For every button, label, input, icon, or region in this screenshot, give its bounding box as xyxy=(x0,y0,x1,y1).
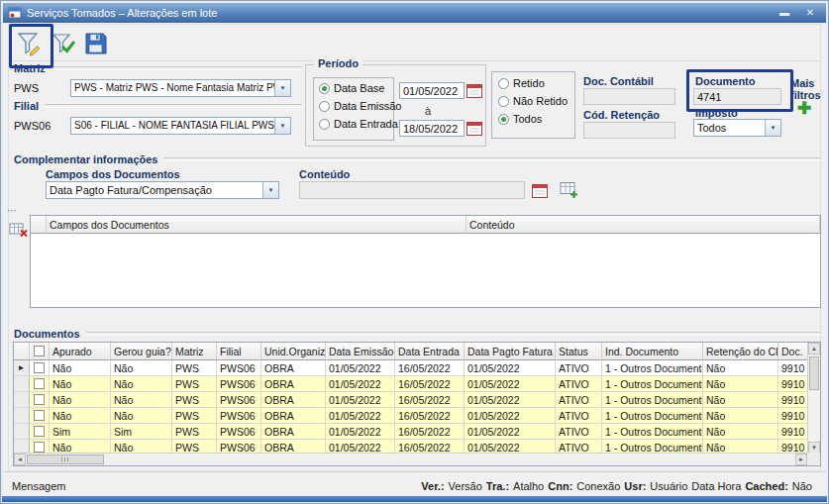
table-cell[interactable]: 01/05/2022 xyxy=(326,376,395,392)
table-cell[interactable]: 16/05/2022 xyxy=(395,424,465,440)
table-cell[interactable]: Não xyxy=(50,376,111,392)
table-cell[interactable]: PWS06 xyxy=(217,360,261,376)
table-cell[interactable]: ATIVO xyxy=(556,424,602,440)
table-cell[interactable]: 16/05/2022 xyxy=(395,408,465,424)
add-to-grid-icon[interactable] xyxy=(560,180,578,203)
campos-documentos-combobox[interactable]: Data Pagto Fatura/Compensação ▼ xyxy=(46,181,279,199)
row-checkbox-cell[interactable] xyxy=(30,408,50,424)
table-cell[interactable]: 01/05/2022 xyxy=(465,360,556,376)
delete-row-button[interactable] xyxy=(9,221,29,243)
close-button[interactable]: ✕ xyxy=(800,6,820,20)
table-cell[interactable]: PWS xyxy=(172,360,217,376)
table-cell[interactable]: OBRA xyxy=(261,376,326,392)
table-cell[interactable]: Não xyxy=(703,408,778,424)
column-header-status[interactable]: Status xyxy=(556,343,602,360)
row-checkbox[interactable] xyxy=(34,362,45,373)
table-cell[interactable]: 1 - Outros Documentos xyxy=(602,424,703,440)
column-header-ind-documento[interactable]: Ind. Documento xyxy=(602,343,703,360)
imposto-combobox[interactable]: Todos ▼ xyxy=(693,119,781,137)
radio-data-emissao[interactable]: Data Emissão xyxy=(319,100,401,112)
table-cell[interactable]: Não xyxy=(703,360,778,376)
table-cell[interactable]: Não xyxy=(50,360,111,376)
date-from-input[interactable]: 01/05/2022 xyxy=(399,82,465,99)
row-checkbox-cell[interactable] xyxy=(30,376,50,392)
splitter-handle-icon[interactable]: ⋯ xyxy=(7,205,18,216)
calendar-icon[interactable] xyxy=(466,121,482,140)
table-cell[interactable]: Sim xyxy=(50,424,111,440)
chevron-down-icon[interactable]: ▼ xyxy=(274,80,290,96)
table-cell[interactable]: Não xyxy=(111,408,172,424)
column-header-data-pagto[interactable]: Data Pagto Fatura xyxy=(465,343,556,360)
table-cell[interactable]: PWS xyxy=(172,424,217,440)
complementar-grid-body[interactable] xyxy=(31,234,820,308)
scroll-left-icon[interactable]: ◄ xyxy=(14,454,26,465)
column-header-matriz[interactable]: Matriz xyxy=(172,343,217,360)
table-cell[interactable]: PWS xyxy=(172,408,217,424)
column-header-gerou-guia[interactable]: Gerou guia? xyxy=(111,343,172,360)
table-cell[interactable]: OBRA xyxy=(261,392,326,408)
table-row[interactable]: ►NãoNãoPWSPWS06OBRA01/05/202216/05/20220… xyxy=(14,360,820,376)
documento-field[interactable]: 4741 xyxy=(693,88,781,105)
row-checkbox[interactable] xyxy=(34,426,45,437)
table-cell[interactable]: 01/05/2022 xyxy=(326,360,395,376)
table-cell[interactable]: 01/05/2022 xyxy=(465,424,556,440)
table-cell[interactable]: 1 - Outros Documentos xyxy=(602,408,703,424)
cod-retencao-field[interactable] xyxy=(583,122,675,139)
row-checkbox[interactable] xyxy=(34,410,45,421)
select-all-cell[interactable] xyxy=(30,343,50,360)
table-cell[interactable]: 01/05/2022 xyxy=(465,408,556,424)
table-cell[interactable]: 01/05/2022 xyxy=(465,376,556,392)
table-row[interactable]: NãoNãoPWSPWS06OBRA01/05/202216/05/202201… xyxy=(14,376,820,392)
column-header-conteudo[interactable]: Conteúdo xyxy=(466,216,820,234)
column-header-data-emissao[interactable]: Data Emissão xyxy=(326,343,395,360)
radio-data-entrada[interactable]: Data Entrada xyxy=(319,118,398,130)
row-checkbox-cell[interactable] xyxy=(30,360,50,376)
column-header-campos[interactable]: Campos dos Documentos xyxy=(47,216,466,234)
table-cell[interactable]: 01/05/2022 xyxy=(326,392,395,408)
chevron-down-icon[interactable]: ▼ xyxy=(274,118,290,134)
radio-nao-retido[interactable]: Não Retido xyxy=(498,95,568,107)
date-to-input[interactable]: 18/05/2022 xyxy=(399,120,465,137)
table-cell[interactable]: PWS06 xyxy=(217,424,261,440)
table-cell[interactable]: OBRA xyxy=(261,424,326,440)
table-cell[interactable]: 16/05/2022 xyxy=(395,376,465,392)
column-header-retencao-ce[interactable]: Retenção do CE xyxy=(703,343,778,360)
table-cell[interactable]: 01/05/2022 xyxy=(326,408,395,424)
table-cell[interactable]: ATIVO xyxy=(556,360,602,376)
table-cell[interactable]: Não xyxy=(50,408,111,424)
scroll-up-icon[interactable]: ▲ xyxy=(808,343,820,354)
table-cell[interactable]: 1 - Outros Documentos xyxy=(602,376,703,392)
table-cell[interactable]: PWS06 xyxy=(217,376,261,392)
table-cell[interactable]: PWS06 xyxy=(217,392,261,408)
filial-combobox[interactable]: S06 - FILIAL - NOME FANTASIA FILIAL PWS0… xyxy=(70,117,291,135)
table-cell[interactable]: 1 - Outros Documentos xyxy=(602,392,703,408)
radio-data-base[interactable]: Data Base xyxy=(319,82,384,94)
table-cell[interactable]: OBRA xyxy=(261,360,326,376)
horizontal-scrollbar[interactable]: ◄ ► xyxy=(14,453,807,465)
table-cell[interactable]: Não xyxy=(703,376,778,392)
table-cell[interactable]: PWS06 xyxy=(217,408,261,424)
table-cell[interactable]: Não xyxy=(50,392,111,408)
chevron-down-icon[interactable]: ▼ xyxy=(262,182,278,198)
table-row[interactable]: SimSimPWSPWS06OBRA01/05/202216/05/202201… xyxy=(14,424,820,440)
table-cell[interactable]: 01/05/2022 xyxy=(465,392,556,408)
table-cell[interactable]: PWS xyxy=(172,392,217,408)
radio-todos[interactable]: Todos xyxy=(498,113,542,125)
vertical-scrollbar[interactable]: ▲ ▼ xyxy=(807,343,820,454)
table-cell[interactable]: ATIVO xyxy=(556,392,602,408)
table-cell[interactable]: 16/05/2022 xyxy=(395,392,465,408)
horizontal-scroll-thumb[interactable] xyxy=(27,454,104,464)
table-cell[interactable]: Não xyxy=(111,376,172,392)
table-cell[interactable]: Não xyxy=(703,392,778,408)
table-cell[interactable]: ATIVO xyxy=(556,376,602,392)
filter-button[interactable] xyxy=(14,29,44,58)
save-button[interactable] xyxy=(83,31,109,56)
chevron-down-icon[interactable]: ▼ xyxy=(765,120,780,136)
column-header-filial[interactable]: Filial xyxy=(217,343,261,360)
doc-contabil-field[interactable] xyxy=(583,88,675,105)
apply-filter-button[interactable] xyxy=(51,31,76,56)
minimize-button[interactable]: ▬ xyxy=(775,6,794,20)
matriz-combobox[interactable]: PWS - Matriz PWS - Nome Fantasia Matriz … xyxy=(70,79,291,97)
conteudo-field[interactable] xyxy=(299,181,525,199)
radio-retido[interactable]: Retido xyxy=(498,77,545,89)
